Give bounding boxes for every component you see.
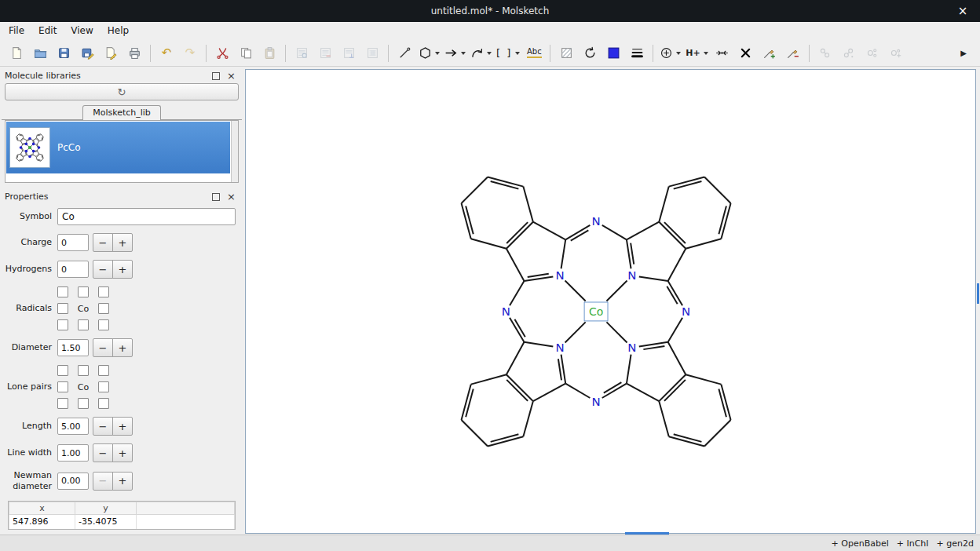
nitrogen-atom-label[interactable]: N	[627, 268, 636, 283]
bond-length-tool-button[interactable]	[711, 43, 733, 64]
charge-value[interactable]	[57, 234, 89, 251]
vertical-scroll-thumb[interactable]	[977, 283, 979, 304]
chevron-down-icon[interactable]	[704, 52, 708, 55]
ring-tool-button[interactable]	[417, 43, 441, 64]
undo-button[interactable]: ↶	[155, 43, 177, 64]
bond[interactable]	[668, 249, 686, 281]
hydrogens-decrement-button[interactable]: −	[93, 260, 113, 279]
bond[interactable]	[686, 239, 721, 248]
charge-tool-button[interactable]	[658, 43, 682, 64]
bond[interactable]	[606, 322, 627, 342]
length-value[interactable]	[57, 418, 89, 435]
chevron-down-icon[interactable]	[487, 52, 492, 55]
bond[interactable]	[21, 141, 23, 144]
bond[interactable]	[506, 380, 528, 401]
diameter-increment-button[interactable]: +	[112, 338, 133, 357]
menu-file[interactable]: File	[2, 22, 31, 40]
bond[interactable]	[16, 159, 19, 161]
print-button[interactable]	[123, 43, 145, 64]
bond[interactable]	[510, 281, 524, 305]
bond[interactable]	[24, 155, 27, 156]
line-width-value[interactable]	[57, 444, 89, 462]
bond[interactable]	[36, 156, 37, 160]
bond[interactable]	[17, 155, 18, 159]
nitrogen-atom-label[interactable]: N	[591, 214, 600, 228]
bond[interactable]	[565, 322, 586, 342]
lone-pairs-checkbox-7[interactable]	[78, 398, 89, 409]
line-width-increment-button[interactable]: +	[112, 443, 133, 462]
close-panel-icon[interactable]: ×	[227, 192, 236, 202]
bond[interactable]	[558, 359, 561, 380]
library-scrollbar[interactable]	[231, 121, 238, 182]
bond[interactable]	[19, 159, 22, 160]
bond[interactable]	[17, 137, 18, 140]
bond[interactable]	[37, 141, 38, 144]
charge-increment-button[interactable]: +	[112, 233, 133, 252]
bond[interactable]	[639, 276, 668, 281]
bond[interactable]	[674, 434, 702, 442]
status-inchi[interactable]: + InChI	[897, 538, 929, 549]
edit-document-button[interactable]	[100, 43, 122, 64]
bond[interactable]	[23, 135, 24, 139]
bond[interactable]	[668, 318, 682, 342]
bond[interactable]	[565, 280, 586, 301]
delete-tool-button[interactable]	[735, 43, 757, 64]
bond[interactable]	[491, 181, 519, 189]
bond[interactable]	[41, 159, 43, 161]
chevron-down-icon[interactable]	[435, 52, 440, 55]
bond[interactable]	[506, 222, 528, 243]
bond[interactable]	[42, 137, 42, 140]
bond[interactable]	[37, 151, 38, 154]
nitrogen-atom-label[interactable]: N	[682, 305, 690, 319]
bond[interactable]	[659, 374, 686, 401]
bond[interactable]	[668, 281, 682, 305]
bond[interactable]	[664, 380, 686, 401]
line-width-decrement-button[interactable]: −	[93, 443, 113, 462]
bond[interactable]	[533, 222, 565, 240]
central-atom-label[interactable]: Co	[589, 305, 603, 318]
horizontal-scroll-thumb[interactable]	[625, 532, 669, 535]
bond[interactable]	[506, 222, 533, 249]
menu-help[interactable]: Help	[101, 22, 136, 40]
bond[interactable]	[523, 401, 532, 436]
lone-pairs-checkbox-2[interactable]	[78, 365, 89, 376]
lone-pairs-checkbox-3[interactable]	[98, 365, 109, 376]
save-file-button[interactable]	[53, 43, 75, 64]
coords-row[interactable]: 547.896-35.4075	[9, 514, 235, 529]
bond[interactable]	[471, 374, 506, 384]
bond[interactable]	[719, 206, 726, 235]
coords-cell-1[interactable]: -35.4075	[75, 514, 137, 529]
radicals-checkbox-8[interactable]	[98, 319, 109, 330]
bond[interactable]	[41, 134, 43, 137]
coords-cell-0[interactable]: 547.896	[9, 514, 75, 529]
bond[interactable]	[659, 401, 668, 436]
hydrogens-value[interactable]	[57, 261, 89, 278]
drawing-canvas[interactable]: NNNNNNNNCo	[245, 69, 976, 534]
line-width-tool-button[interactable]	[626, 43, 648, 64]
lone-pairs-checkbox-8[interactable]	[98, 398, 109, 409]
hatch-tool-button[interactable]	[555, 43, 577, 64]
hydrogen-tool-button[interactable]: H+	[684, 43, 709, 64]
bond[interactable]	[466, 206, 474, 235]
new-file-button[interactable]	[5, 43, 27, 64]
lone-pairs-checkbox-6[interactable]	[57, 398, 68, 409]
bond[interactable]	[506, 249, 525, 281]
bond[interactable]	[462, 420, 488, 446]
menu-edit[interactable]: Edit	[31, 22, 64, 40]
bond[interactable]	[606, 280, 627, 301]
radicals-checkbox-1[interactable]	[57, 286, 68, 297]
rotate-tool-button[interactable]	[579, 43, 601, 64]
chevron-down-icon[interactable]	[676, 52, 681, 55]
lone-pairs-checkbox-5[interactable]	[98, 381, 109, 392]
text-tool-button[interactable]: Abc	[523, 43, 545, 64]
bond[interactable]	[506, 374, 533, 401]
float-panel-icon[interactable]	[212, 193, 220, 201]
chevron-down-icon[interactable]	[461, 52, 466, 55]
length-increment-button[interactable]: +	[112, 417, 133, 436]
nitrogen-atom-label[interactable]: N	[627, 341, 636, 355]
modify-tool-a-button[interactable]	[759, 43, 781, 64]
bond[interactable]	[602, 384, 627, 398]
bond[interactable]	[17, 154, 21, 155]
bond[interactable]	[38, 140, 42, 141]
cut-button[interactable]	[211, 43, 233, 64]
